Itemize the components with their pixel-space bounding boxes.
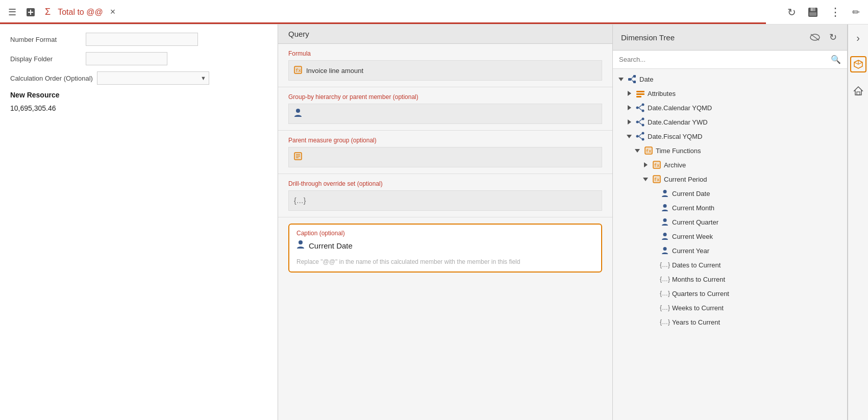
tree-toggle-icon bbox=[641, 175, 650, 183]
tree-toggle-icon bbox=[650, 304, 658, 312]
more-button[interactable]: ⋮ bbox=[828, 4, 843, 21]
dim-tree-body: DateAttributesDate.Calendar YQMDDate.Cal… bbox=[613, 69, 847, 420]
tree-item[interactable]: Attributes bbox=[613, 86, 847, 101]
tree-node-label: Current Date bbox=[672, 190, 843, 197]
tree-toggle-icon bbox=[650, 218, 658, 226]
calc-order-select-wrap: ▼ bbox=[97, 71, 209, 85]
svg-point-29 bbox=[642, 104, 644, 106]
display-folder-row: Display Folder bbox=[10, 52, 267, 65]
svg-rect-24 bbox=[636, 91, 644, 92]
refresh-button[interactable]: ↻ bbox=[785, 4, 798, 20]
svg-point-36 bbox=[642, 124, 644, 127]
parent-icon bbox=[294, 152, 302, 162]
svg-text:fx: fx bbox=[654, 163, 660, 168]
dim-tree-header-icons: ↻ bbox=[808, 30, 839, 45]
menu-button[interactable]: ☰ bbox=[6, 5, 18, 20]
tree-item[interactable]: {…}Years to Current bbox=[613, 315, 847, 329]
sidebar-cube-button[interactable] bbox=[850, 56, 866, 72]
tree-node-icon: fx bbox=[652, 174, 662, 184]
tree-toggle-icon bbox=[650, 275, 658, 283]
tree-toggle-icon bbox=[633, 146, 641, 155]
close-button[interactable]: × bbox=[108, 5, 118, 19]
save-button[interactable] bbox=[805, 5, 821, 20]
tree-item[interactable]: Date.Fiscal YQMD bbox=[613, 129, 847, 143]
tree-node-label: Current Year bbox=[672, 247, 843, 255]
display-folder-input[interactable] bbox=[86, 52, 167, 65]
tree-node-label: Archive bbox=[664, 161, 843, 169]
tree-item[interactable]: Date.Calendar YQMD bbox=[613, 101, 847, 115]
number-format-input[interactable] bbox=[86, 33, 198, 46]
tree-item[interactable]: Current Date bbox=[613, 186, 847, 201]
tree-node-icon: {…} bbox=[660, 260, 670, 270]
svg-point-41 bbox=[642, 132, 644, 135]
tree-node-label: Current Period bbox=[664, 176, 843, 183]
edit-button[interactable]: ✏ bbox=[850, 5, 862, 20]
svg-marker-17 bbox=[618, 78, 624, 81]
caption-hint: Replace "@@" in the name of this calcula… bbox=[296, 257, 594, 266]
parent-section: Parent measure group (optional) bbox=[278, 131, 612, 174]
drillthrough-field[interactable]: {…} bbox=[288, 190, 602, 211]
tree-item[interactable]: Date bbox=[613, 72, 847, 86]
svg-rect-25 bbox=[636, 93, 644, 95]
top-bar: ☰ Σ Total to @@ × ↻ ⋮ ✏ bbox=[0, 0, 868, 24]
tree-item[interactable]: {…}Months to Current bbox=[613, 272, 847, 286]
svg-point-42 bbox=[642, 138, 644, 141]
tree-item[interactable]: fxArchive bbox=[613, 158, 847, 172]
refresh-tree-button[interactable]: ↻ bbox=[827, 30, 839, 45]
tree-item[interactable]: {…}Dates to Current bbox=[613, 258, 847, 272]
top-bar-right: ↻ ⋮ ✏ bbox=[785, 4, 862, 21]
tree-node-label: Date.Fiscal YQMD bbox=[648, 133, 843, 140]
formula-field[interactable]: fx Invoice line amount bbox=[288, 60, 602, 81]
tree-item[interactable]: fxTime Functions bbox=[613, 143, 847, 158]
tree-item[interactable]: Date.Calendar YWD bbox=[613, 115, 847, 129]
svg-point-14 bbox=[299, 240, 303, 244]
sigma-button[interactable]: Σ bbox=[43, 5, 53, 19]
tree-item[interactable]: Current Quarter bbox=[613, 215, 847, 229]
tree-node-icon bbox=[660, 245, 670, 256]
tree-node-icon bbox=[635, 131, 646, 141]
tree-node-icon: fx bbox=[652, 160, 662, 170]
calc-order-select[interactable] bbox=[97, 71, 209, 85]
formula-label: Formula bbox=[288, 50, 602, 57]
caption-value-row: Current Date bbox=[296, 240, 594, 251]
tree-node-label: Date bbox=[639, 76, 843, 83]
tree-item[interactable]: {…}Quarters to Current bbox=[613, 286, 847, 301]
tree-item[interactable]: Current Month bbox=[613, 201, 847, 215]
tree-item[interactable]: {…}Weeks to Current bbox=[613, 301, 847, 315]
svg-rect-18 bbox=[628, 78, 631, 81]
add-button[interactable] bbox=[23, 5, 38, 19]
tree-node-icon bbox=[635, 117, 646, 127]
svg-line-21 bbox=[631, 77, 633, 80]
dim-search-input[interactable] bbox=[619, 56, 828, 63]
svg-point-9 bbox=[296, 109, 300, 113]
tree-node-label: Quarters to Current bbox=[672, 290, 843, 298]
tree-node-icon bbox=[660, 231, 670, 241]
tree-node-label: Dates to Current bbox=[672, 261, 843, 269]
svg-rect-6 bbox=[811, 8, 812, 11]
tree-item[interactable]: Current Week bbox=[613, 229, 847, 243]
member-icon-groupby bbox=[294, 108, 302, 119]
tree-node-icon bbox=[635, 103, 646, 113]
tree-toggle-icon bbox=[650, 189, 658, 197]
add-icon bbox=[26, 7, 36, 17]
tree-node-label: Attributes bbox=[648, 90, 843, 97]
value-display: 10,695,305.46 bbox=[10, 104, 267, 112]
groupby-field[interactable] bbox=[288, 104, 602, 124]
formula-icon: fx bbox=[294, 66, 302, 76]
tree-item[interactable]: fxCurrent Period bbox=[613, 172, 847, 186]
page-title: Total to @@ bbox=[58, 8, 103, 17]
svg-point-57 bbox=[663, 233, 667, 236]
tree-item[interactable]: Current Year bbox=[613, 243, 847, 258]
svg-point-56 bbox=[663, 218, 667, 222]
dimension-tree-title: Dimension Tree bbox=[621, 33, 675, 42]
tree-node-label: Date.Calendar YWD bbox=[648, 118, 843, 126]
tree-toggle-icon bbox=[650, 289, 658, 298]
eye-off-button[interactable] bbox=[808, 32, 822, 43]
dimension-tree-panel: Dimension Tree ↻ 🔍 DateAttributesDate.Ca… bbox=[613, 24, 848, 420]
dim-search-row: 🔍 bbox=[613, 51, 847, 69]
home-icon bbox=[853, 86, 863, 96]
sidebar-home-button[interactable] bbox=[850, 83, 866, 99]
parent-field[interactable] bbox=[288, 147, 602, 167]
sidebar-chevron-button[interactable]: › bbox=[850, 30, 866, 46]
main-layout: Number Format Display Folder Calculation… bbox=[0, 24, 868, 420]
